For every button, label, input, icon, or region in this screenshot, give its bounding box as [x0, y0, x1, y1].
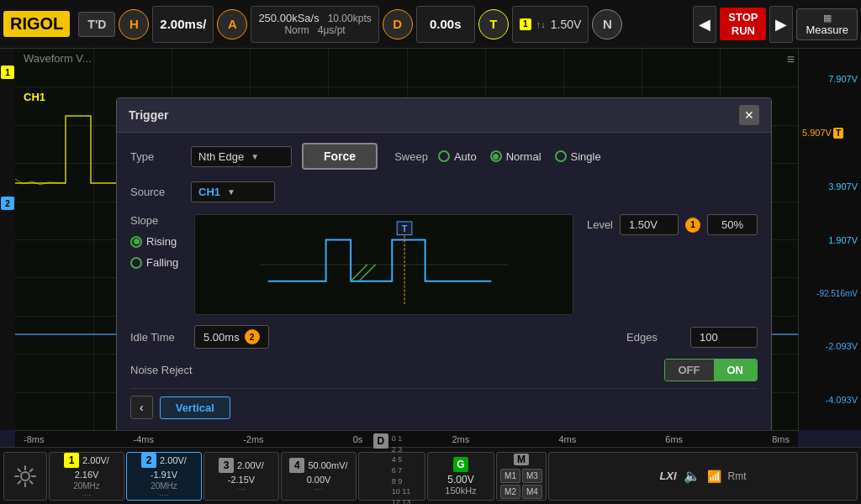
- time-label-3: 0s: [353, 434, 363, 444]
- ch4-dots: ····: [314, 485, 323, 494]
- kpts-value: 10.00kpts: [328, 13, 372, 24]
- h-button[interactable]: H: [119, 9, 149, 39]
- a-button[interactable]: A: [217, 9, 247, 39]
- rmt-label: Rmt: [728, 470, 747, 482]
- ch4-strip-header: 4 50.00mV/: [289, 458, 347, 473]
- n-button[interactable]: N: [592, 9, 622, 39]
- time-label-4: 2ms: [452, 434, 469, 444]
- ch4-val2: 0.00V: [307, 475, 331, 485]
- noise-off-button[interactable]: OFF: [665, 360, 714, 381]
- ch2-strip[interactable]: 2 2.00V/ -1.91V 20MHz ····: [126, 452, 202, 501]
- slope-rising-label: Rising: [146, 235, 177, 248]
- volt-label-3: 3.907V: [802, 181, 858, 192]
- edges-label: Edges: [626, 331, 677, 344]
- lxi-strip: LXI 🔈 📶 Rmt: [548, 452, 858, 501]
- force-button[interactable]: Force: [302, 143, 378, 170]
- slope-rising[interactable]: Rising: [130, 235, 181, 248]
- stop-run-button[interactable]: STOP RUN: [720, 8, 766, 40]
- level-value-box[interactable]: 1.50V: [620, 214, 679, 235]
- d-strip[interactable]: D 0 1 2 3 4 5 6 7 8 9 10 11 12 13 14 15: [358, 452, 425, 501]
- trigger-title: Trigger: [129, 108, 168, 122]
- trigger-type-row: Type Nth Edge ▼ Force Sweep Auto: [130, 143, 758, 170]
- channel-markers: 1 2: [0, 49, 15, 430]
- sweep-normal[interactable]: Normal: [490, 150, 541, 163]
- m1-button[interactable]: M1: [500, 469, 520, 483]
- ch3-strip-header: 3 2.00V/: [219, 458, 264, 473]
- sweep-radio-group: Auto Normal Single: [438, 150, 601, 163]
- timebase-value: 2.00ms/: [160, 17, 206, 31]
- gear-icon: [12, 463, 39, 490]
- g-freq: 150kHz: [445, 486, 476, 496]
- slope-label: Slope: [130, 214, 181, 227]
- sweep-normal-label: Normal: [506, 150, 541, 163]
- bottom-strip: 1 2.00V/ 2.16V 20MHz ···· 2 2.00V/ -1.91…: [0, 447, 861, 504]
- panel-nav-left-button[interactable]: ‹: [130, 396, 153, 419]
- ch2-dots: ····: [159, 491, 168, 500]
- timebase-segment[interactable]: 2.00ms/: [152, 6, 214, 43]
- slope-rising-radio: [130, 236, 142, 248]
- vertical-button[interactable]: Vertical: [160, 396, 230, 419]
- m-strip: M M1 M3 M2 M4: [496, 452, 547, 501]
- m4-button[interactable]: M4: [522, 485, 542, 499]
- sweep-single[interactable]: Single: [555, 150, 601, 163]
- svg-line-4: [351, 265, 367, 281]
- ch3-dots: ····: [236, 485, 246, 494]
- settings-gear-button[interactable]: [3, 452, 47, 501]
- level-percent-box[interactable]: 50%: [707, 214, 758, 235]
- trigger-close-button[interactable]: ✕: [739, 105, 759, 125]
- td-button[interactable]: T'D: [78, 12, 115, 37]
- g-strip[interactable]: G 5.00V 150kHz: [427, 452, 494, 501]
- ch2-val1: 2.00V/: [160, 455, 187, 465]
- type-select-text: Nth Edge: [198, 150, 244, 163]
- time-label-1: -4ms: [134, 434, 154, 444]
- nav-right-arrow[interactable]: ▶: [769, 6, 793, 43]
- m-label: M: [514, 454, 529, 465]
- ch1-strip[interactable]: 1 2.00V/ 2.16V 20MHz ····: [49, 452, 124, 501]
- m3-button[interactable]: M3: [522, 469, 542, 483]
- ch3-val2: -2.15V: [228, 475, 255, 485]
- trigger-level-segment: 1 ↑↓ 1.50V: [512, 6, 589, 43]
- volt-label-1: 7.907V: [802, 74, 858, 84]
- type-select[interactable]: Nth Edge ▼: [191, 146, 292, 167]
- level-label: Level: [587, 218, 613, 231]
- nav-left-arrow[interactable]: ◀: [693, 6, 716, 43]
- ch1-val1: 2.00V/: [82, 455, 109, 465]
- sweep-normal-radio: [490, 150, 502, 162]
- ch4-num: 4: [289, 458, 304, 473]
- m2-button[interactable]: M2: [500, 485, 520, 499]
- trigger-source-row: Source CH1 ▼: [130, 181, 758, 202]
- sweep-auto[interactable]: Auto: [438, 150, 477, 163]
- noise-on-button[interactable]: ON: [714, 360, 758, 381]
- svg-text:T: T: [402, 223, 408, 234]
- scope-menu-button[interactable]: ≡: [787, 52, 795, 67]
- trigger-ch-badge: 1: [520, 18, 531, 30]
- idle-time-badge: 2: [245, 329, 260, 344]
- d-button[interactable]: D: [383, 9, 413, 39]
- sweep-single-radio: [555, 150, 567, 162]
- t-button[interactable]: T: [478, 9, 509, 39]
- g-val: 5.00V: [447, 474, 473, 486]
- ch3-strip[interactable]: 3 2.00V/ -2.15V ····: [203, 452, 279, 501]
- level-section: Level 1.50V 1 50%: [587, 214, 758, 315]
- source-label: Source: [130, 186, 181, 198]
- ch4-strip[interactable]: 4 50.00mV/ 0.00V ····: [281, 452, 357, 501]
- waveform-preview-svg: T: [195, 215, 573, 314]
- wifi-icon: 📶: [707, 470, 721, 483]
- slope-falling[interactable]: Falling: [130, 256, 181, 269]
- source-select[interactable]: CH1 ▼: [191, 181, 275, 202]
- source-dropdown-arrow: ▼: [227, 187, 235, 197]
- level-badge: 1: [685, 218, 700, 233]
- svg-point-6: [21, 472, 29, 480]
- idle-time-value-box[interactable]: 5.00ms 2: [194, 325, 269, 349]
- ch1-dots: ····: [82, 491, 91, 500]
- sweep-single-label: Single: [571, 150, 601, 163]
- ch1-strip-header: 1 2.00V/: [64, 453, 109, 468]
- edges-value-box[interactable]: 100: [690, 327, 758, 348]
- trigger-panel: Trigger ✕ Type Nth Edge ▼ Force Sweep: [116, 97, 772, 430]
- delay-segment[interactable]: 0.00s: [416, 6, 475, 43]
- ch4-val1: 50.00mV/: [308, 460, 347, 470]
- volt-label-5: -92.516mV: [802, 289, 858, 298]
- trigger-panel-footer: ‹ Vertical: [130, 388, 758, 423]
- measure-button[interactable]: ▦ Measure: [796, 8, 858, 40]
- d-label: D: [373, 433, 388, 449]
